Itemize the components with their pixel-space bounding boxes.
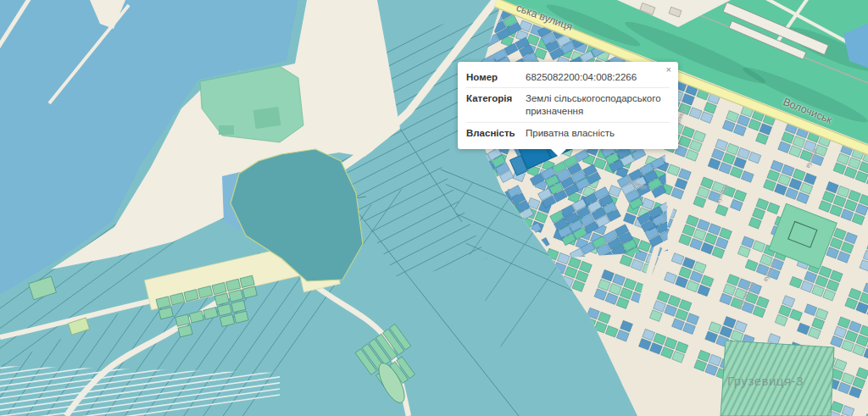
popup-arrow: [551, 149, 566, 157]
parcel-info-popup: × Номер 6825082200:04:008:2266 Категорія…: [458, 62, 678, 149]
parcel-number-value: 6825082200:04:008:2266: [526, 71, 670, 84]
close-icon[interactable]: ×: [666, 65, 671, 75]
popup-row-number: Номер 6825082200:04:008:2266: [466, 67, 670, 87]
parcel-ownership-value: Приватна власність: [526, 127, 670, 140]
popup-field-label: Номер: [466, 71, 519, 84]
map-canvas: [0, 0, 868, 416]
popup-row-ownership: Власність Приватна власність: [466, 122, 670, 143]
popup-field-label: Категорія: [466, 92, 519, 118]
parcel-category-value: Землі сільськогосподарського призначення: [526, 92, 670, 118]
map-viewport[interactable]: ська вулиця Волочиськ Грузевиця-3 вулиця…: [0, 0, 868, 416]
popup-field-label: Власність: [466, 127, 519, 140]
popup-row-category: Категорія Землі сільськогосподарського п…: [466, 87, 670, 121]
